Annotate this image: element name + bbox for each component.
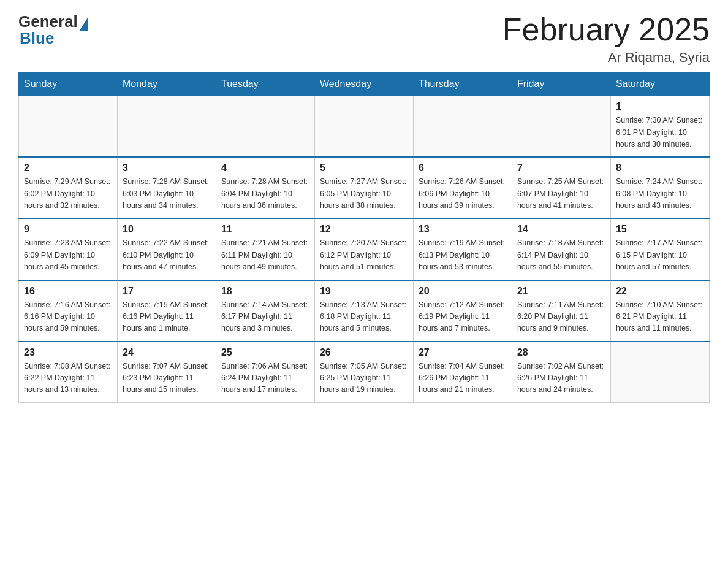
day-number: 7	[517, 163, 605, 174]
day-info: Sunrise: 7:08 AM Sunset: 6:22 PM Dayligh…	[24, 361, 112, 396]
day-info: Sunrise: 7:23 AM Sunset: 6:09 PM Dayligh…	[24, 237, 112, 273]
day-info: Sunrise: 7:14 AM Sunset: 6:17 PM Dayligh…	[221, 299, 309, 335]
table-row: 25Sunrise: 7:06 AM Sunset: 6:24 PM Dayli…	[216, 342, 314, 403]
day-number: 19	[320, 286, 408, 297]
day-number: 25	[221, 347, 309, 358]
day-number: 22	[616, 286, 704, 297]
day-info: Sunrise: 7:25 AM Sunset: 6:07 PM Dayligh…	[517, 176, 605, 212]
day-info: Sunrise: 7:15 AM Sunset: 6:16 PM Dayligh…	[123, 299, 211, 335]
table-row: 26Sunrise: 7:05 AM Sunset: 6:25 PM Dayli…	[314, 342, 413, 403]
day-number: 10	[123, 224, 211, 235]
day-number: 4	[221, 163, 309, 174]
day-info: Sunrise: 7:16 AM Sunset: 6:16 PM Dayligh…	[24, 299, 112, 335]
table-row	[216, 96, 314, 158]
table-row: 28Sunrise: 7:02 AM Sunset: 6:26 PM Dayli…	[512, 342, 610, 403]
day-number: 3	[123, 163, 211, 174]
table-row: 19Sunrise: 7:13 AM Sunset: 6:18 PM Dayli…	[314, 280, 413, 342]
day-info: Sunrise: 7:28 AM Sunset: 6:04 PM Dayligh…	[221, 176, 309, 212]
table-row: 15Sunrise: 7:17 AM Sunset: 6:15 PM Dayli…	[610, 218, 709, 280]
day-info: Sunrise: 7:18 AM Sunset: 6:14 PM Dayligh…	[517, 237, 605, 273]
day-info: Sunrise: 7:27 AM Sunset: 6:05 PM Dayligh…	[320, 176, 408, 212]
table-row: 11Sunrise: 7:21 AM Sunset: 6:11 PM Dayli…	[216, 218, 314, 280]
table-row: 20Sunrise: 7:12 AM Sunset: 6:19 PM Dayli…	[413, 280, 512, 342]
day-info: Sunrise: 7:30 AM Sunset: 6:01 PM Dayligh…	[616, 115, 704, 150]
col-tuesday: Tuesday	[216, 72, 314, 96]
table-row	[19, 96, 118, 158]
day-number: 20	[419, 286, 507, 297]
day-number: 27	[419, 347, 507, 358]
day-info: Sunrise: 7:29 AM Sunset: 6:02 PM Dayligh…	[24, 176, 112, 212]
calendar-week-row: 16Sunrise: 7:16 AM Sunset: 6:16 PM Dayli…	[19, 280, 710, 342]
table-row: 22Sunrise: 7:10 AM Sunset: 6:21 PM Dayli…	[610, 280, 709, 342]
day-number: 6	[419, 163, 507, 174]
calendar-title: February 2025	[502, 12, 710, 47]
calendar-week-row: 9Sunrise: 7:23 AM Sunset: 6:09 PM Daylig…	[19, 218, 710, 280]
day-number: 17	[123, 286, 211, 297]
table-row: 27Sunrise: 7:04 AM Sunset: 6:26 PM Dayli…	[413, 342, 512, 403]
day-info: Sunrise: 7:04 AM Sunset: 6:26 PM Dayligh…	[419, 361, 507, 396]
day-info: Sunrise: 7:17 AM Sunset: 6:15 PM Dayligh…	[616, 237, 704, 273]
table-row	[413, 96, 512, 158]
day-number: 23	[24, 347, 112, 358]
day-info: Sunrise: 7:11 AM Sunset: 6:20 PM Dayligh…	[517, 299, 605, 335]
day-info: Sunrise: 7:24 AM Sunset: 6:08 PM Dayligh…	[616, 176, 704, 212]
table-row: 7Sunrise: 7:25 AM Sunset: 6:07 PM Daylig…	[512, 157, 610, 218]
table-row: 14Sunrise: 7:18 AM Sunset: 6:14 PM Dayli…	[512, 218, 610, 280]
calendar-header-row: Sunday Monday Tuesday Wednesday Thursday…	[19, 72, 710, 96]
day-number: 1	[616, 101, 704, 112]
day-info: Sunrise: 7:10 AM Sunset: 6:21 PM Dayligh…	[616, 299, 704, 335]
day-number: 28	[517, 347, 605, 358]
day-number: 26	[320, 347, 408, 358]
day-number: 9	[24, 224, 112, 235]
table-row	[314, 96, 413, 158]
day-number: 16	[24, 286, 112, 297]
day-info: Sunrise: 7:06 AM Sunset: 6:24 PM Dayligh…	[221, 361, 309, 396]
table-row	[512, 96, 610, 158]
logo-general-text: General	[18, 12, 78, 31]
table-row: 21Sunrise: 7:11 AM Sunset: 6:20 PM Dayli…	[512, 280, 610, 342]
table-row: 12Sunrise: 7:20 AM Sunset: 6:12 PM Dayli…	[314, 218, 413, 280]
day-info: Sunrise: 7:22 AM Sunset: 6:10 PM Dayligh…	[123, 237, 211, 273]
day-info: Sunrise: 7:12 AM Sunset: 6:19 PM Dayligh…	[419, 299, 507, 335]
table-row	[610, 342, 709, 403]
logo: General Blue	[18, 12, 88, 48]
logo-triangle-icon	[79, 18, 88, 31]
table-row: 17Sunrise: 7:15 AM Sunset: 6:16 PM Dayli…	[117, 280, 216, 342]
table-row: 9Sunrise: 7:23 AM Sunset: 6:09 PM Daylig…	[19, 218, 118, 280]
table-row: 8Sunrise: 7:24 AM Sunset: 6:08 PM Daylig…	[610, 157, 709, 218]
day-number: 18	[221, 286, 309, 297]
day-info: Sunrise: 7:19 AM Sunset: 6:13 PM Dayligh…	[419, 237, 507, 273]
table-row: 2Sunrise: 7:29 AM Sunset: 6:02 PM Daylig…	[19, 157, 118, 218]
table-row: 13Sunrise: 7:19 AM Sunset: 6:13 PM Dayli…	[413, 218, 512, 280]
table-row: 3Sunrise: 7:28 AM Sunset: 6:03 PM Daylig…	[117, 157, 216, 218]
day-info: Sunrise: 7:13 AM Sunset: 6:18 PM Dayligh…	[320, 299, 408, 335]
logo-blue-text: Blue	[20, 29, 88, 48]
calendar-week-row: 23Sunrise: 7:08 AM Sunset: 6:22 PM Dayli…	[19, 342, 710, 403]
table-row: 5Sunrise: 7:27 AM Sunset: 6:05 PM Daylig…	[314, 157, 413, 218]
table-row: 6Sunrise: 7:26 AM Sunset: 6:06 PM Daylig…	[413, 157, 512, 218]
day-number: 24	[123, 347, 211, 358]
day-info: Sunrise: 7:26 AM Sunset: 6:06 PM Dayligh…	[419, 176, 507, 212]
calendar-table: Sunday Monday Tuesday Wednesday Thursday…	[18, 72, 710, 403]
day-info: Sunrise: 7:05 AM Sunset: 6:25 PM Dayligh…	[320, 361, 408, 396]
table-row	[117, 96, 216, 158]
day-number: 8	[616, 163, 704, 174]
day-number: 5	[320, 163, 408, 174]
col-wednesday: Wednesday	[314, 72, 413, 96]
col-friday: Friday	[512, 72, 610, 96]
table-row: 1Sunrise: 7:30 AM Sunset: 6:01 PM Daylig…	[610, 96, 709, 158]
table-row: 10Sunrise: 7:22 AM Sunset: 6:10 PM Dayli…	[117, 218, 216, 280]
col-sunday: Sunday	[19, 72, 118, 96]
table-row: 18Sunrise: 7:14 AM Sunset: 6:17 PM Dayli…	[216, 280, 314, 342]
day-info: Sunrise: 7:02 AM Sunset: 6:26 PM Dayligh…	[517, 361, 605, 396]
calendar-week-row: 1Sunrise: 7:30 AM Sunset: 6:01 PM Daylig…	[19, 96, 710, 158]
day-number: 15	[616, 224, 704, 235]
day-number: 21	[517, 286, 605, 297]
day-number: 12	[320, 224, 408, 235]
table-row: 16Sunrise: 7:16 AM Sunset: 6:16 PM Dayli…	[19, 280, 118, 342]
table-row: 23Sunrise: 7:08 AM Sunset: 6:22 PM Dayli…	[19, 342, 118, 403]
table-row: 4Sunrise: 7:28 AM Sunset: 6:04 PM Daylig…	[216, 157, 314, 218]
col-saturday: Saturday	[610, 72, 709, 96]
day-info: Sunrise: 7:20 AM Sunset: 6:12 PM Dayligh…	[320, 237, 408, 273]
day-number: 14	[517, 224, 605, 235]
